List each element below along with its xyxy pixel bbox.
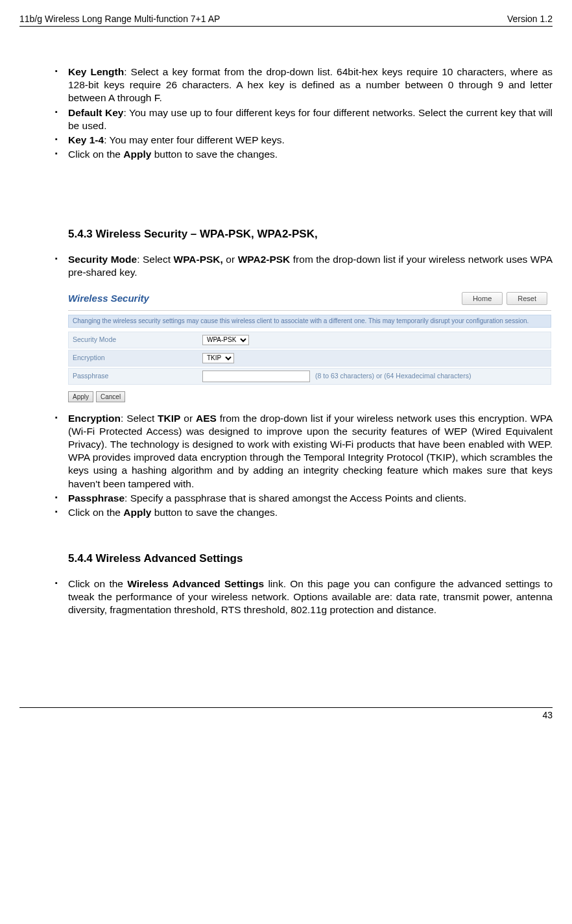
shot-header: Wireless Security Home Reset	[68, 289, 551, 311]
page-header: 11b/g Wireless Long Range Multi-function…	[19, 13, 553, 27]
apply-button[interactable]: Apply	[68, 391, 93, 402]
cancel-button[interactable]: Cancel	[96, 391, 125, 402]
b2: AES	[196, 413, 217, 424]
b2: WPA2-PSK	[238, 254, 291, 265]
page-footer: 43	[19, 707, 553, 721]
shot-note: Changing the wireless security settings …	[68, 315, 551, 328]
row-passphrase: Passphrase (8 to 63 characters) or (64 H…	[68, 368, 551, 385]
label: Passphrase	[68, 492, 125, 504]
row-security-mode: Security Mode WPA-PSK	[68, 332, 551, 348]
shot-action-bar: Apply Cancel	[68, 391, 551, 402]
text-post: button to save the changes.	[151, 149, 278, 160]
t1: : Select	[137, 254, 173, 265]
t2: or	[180, 413, 196, 424]
bullet-advanced-settings: Click on the Wireless Advanced Settings …	[55, 578, 553, 616]
bullet-key-length: Key Length: Select a key format from the…	[55, 66, 553, 104]
header-right: Version 1.2	[507, 13, 553, 25]
apply-word: Apply	[123, 507, 151, 518]
passphrase-hint: (8 to 63 characters) or (64 Hexadecimal …	[315, 372, 471, 381]
row-encryption: Encryption TKIP	[68, 350, 551, 367]
text-pre: Click on the	[68, 507, 123, 518]
text-pre: Click on the	[68, 578, 127, 589]
label: Encryption	[68, 413, 121, 424]
page-number: 43	[542, 710, 553, 720]
section-5-4-3-title: 5.4.3 Wireless Security – WPA-PSK, WPA2-…	[68, 227, 553, 241]
bullet-apply-1: Click on the Apply button to save the ch…	[55, 148, 553, 161]
label: Key 1-4	[68, 134, 104, 145]
label: Security Mode	[68, 254, 137, 265]
bullet-encryption: Encryption: Select TKIP or AES from the …	[55, 412, 553, 491]
bullet-apply-2: Click on the Apply button to save the ch…	[55, 506, 553, 519]
passphrase-input[interactable]	[202, 371, 310, 382]
label: Default Key	[68, 107, 124, 118]
bullet-list-1: Key Length: Select a key format from the…	[19, 66, 553, 161]
bullet-list-2: Encryption: Select TKIP or AES from the …	[19, 412, 553, 519]
text-pre: Click on the	[68, 149, 123, 160]
wireless-security-screenshot: Wireless Security Home Reset Changing th…	[68, 289, 551, 402]
bullet-default-key: Default Key: You may use up to four diff…	[55, 106, 553, 132]
bullet-security-mode: Security Mode: Select WPA-PSK, or WPA2-P…	[55, 253, 553, 279]
text: : Select a key format from the drop-down…	[68, 66, 553, 103]
security-mode-select[interactable]: WPA-PSK	[202, 335, 249, 345]
bullet-list-3: Click on the Wireless Advanced Settings …	[19, 578, 553, 616]
bullet-key-1-4: Key 1-4: You may enter four different WE…	[55, 134, 553, 147]
t2: or	[223, 254, 238, 265]
link-word: Wireless Advanced Settings	[127, 578, 264, 589]
b1: WPA-PSK,	[174, 254, 223, 265]
row-label: Passphrase	[73, 372, 202, 381]
t3: from the drop-down list if your wireless…	[68, 413, 553, 489]
label: Key Length	[68, 66, 124, 77]
apply-word: Apply	[123, 149, 151, 160]
b1: TKIP	[158, 413, 180, 424]
row-label: Security Mode	[73, 335, 202, 345]
text: : Specify a passphrase that is shared am…	[125, 492, 466, 504]
text: : You may enter four different WEP keys.	[104, 134, 285, 145]
home-button[interactable]: Home	[462, 292, 503, 305]
text: : You may use up to four different keys …	[68, 107, 553, 131]
bullet-list-sec-mode: Security Mode: Select WPA-PSK, or WPA2-P…	[19, 253, 553, 279]
shot-title: Wireless Security	[68, 292, 149, 305]
bullet-passphrase: Passphrase: Specify a passphrase that is…	[55, 492, 553, 505]
section-5-4-4-title: 5.4.4 Wireless Advanced Settings	[68, 552, 553, 566]
reset-button[interactable]: Reset	[506, 292, 547, 305]
header-left: 11b/g Wireless Long Range Multi-function…	[19, 13, 220, 25]
row-label: Encryption	[73, 354, 202, 363]
shot-header-buttons: Home Reset	[462, 292, 547, 305]
t1: : Select	[121, 413, 158, 424]
encryption-select[interactable]: TKIP	[202, 353, 234, 363]
text-post: button to save the changes.	[151, 507, 278, 518]
